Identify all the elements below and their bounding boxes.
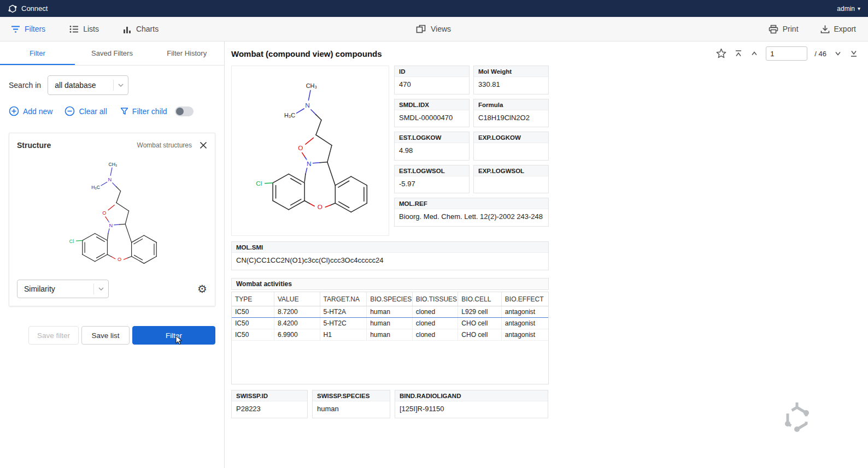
user-name: admin [837,5,855,13]
column-header[interactable]: VALUE [274,292,320,306]
user-menu[interactable]: admin ▾ [837,5,860,13]
app-name: Connect [21,4,48,13]
circle-minus-icon [64,106,75,116]
goto-last-button[interactable] [849,49,858,58]
filter-child-label: Filter child [132,107,167,116]
charts-label: Charts [136,25,159,33]
bookmark-star-button[interactable] [715,48,727,59]
goto-first-button[interactable] [734,49,743,58]
column-header[interactable]: BIO.TISSUES [412,292,458,306]
prev-record-button[interactable] [750,49,759,58]
chevron-down-icon [834,49,842,58]
circle-plus-icon [9,106,19,116]
results-title: Wombat (compound view) compounds [231,49,382,58]
star-icon [717,49,726,58]
sidebar-tabs: Filter Saved Filters Filter History [0,42,224,66]
filter-child-toggle[interactable] [175,106,193,116]
toggle-knob [176,108,184,115]
export-button[interactable]: Export [820,25,856,34]
search-in-label: Search in [9,81,41,90]
results-pane: Wombat (compound view) compounds [225,42,868,468]
top-bar: Connect admin ▾ [0,0,868,17]
field-exp-logwsol: EXP.LOGWSOL [473,165,549,194]
database-select[interactable]: all database [48,75,128,95]
field-est-logkow: EST.LOGKOW 4.98 [394,132,470,161]
field-swissp-species: SWISSP.SPECIES human [312,390,390,419]
funnel-icon [120,107,128,115]
structure-card-title: Structure [17,141,51,150]
app-brand: Connect [8,4,48,14]
activities-table: TYPE VALUE TARGET.NA BIO.SPECIES BIO.TIS… [231,292,549,384]
mouse-cursor [175,335,183,346]
app-logo-icon [8,4,17,14]
field-id: ID 470 [394,66,470,94]
activity-row[interactable]: IC50 8.4200 5-HT2C human cloned CHO cell… [232,317,548,329]
print-button[interactable]: Print [769,25,799,34]
compound-structure-drawing [236,72,385,230]
filters-nav-button[interactable]: Filters [11,25,45,33]
gear-icon[interactable]: ⚙ [197,283,207,294]
field-mol-ref: MOL.REF Bioorg. Med. Chem. Lett. 12(2)-2… [394,198,549,227]
views-icon [416,24,426,34]
column-header[interactable]: BIO.CELL [458,292,502,306]
filter-icon [11,25,20,33]
field-formula: Formula C18H19ClN2O2 [473,99,549,128]
add-new-button[interactable]: Add new [9,106,52,116]
clear-all-label: Clear all [79,107,107,116]
main-toolbar: Filters Lists Charts Views [0,17,868,42]
field-exp-logkow: EXP.LOGKOW [473,132,549,161]
export-download-icon [820,25,830,34]
views-label: Views [431,25,451,33]
compound-structure-box [231,66,389,236]
views-button[interactable]: Views [416,24,451,34]
tab-saved-filters[interactable]: Saved Filters [75,42,150,65]
column-header[interactable]: BIO.SPECIES [367,292,413,306]
arrow-to-top-icon [734,49,743,58]
column-header[interactable]: TARGET.NA [320,292,367,306]
page-total: / 46 [814,50,826,58]
print-icon [769,25,778,34]
close-icon[interactable] [200,141,207,149]
similarity-select[interactable]: Similarity [17,280,109,298]
column-header[interactable]: BIO.EFFECT [501,292,548,306]
structure-card-source: Wombat structures [137,141,192,149]
list-icon [69,25,79,33]
compound-view: ID 470 Mol Weight 330.81 SMDL.IDX SMDL-0… [231,66,549,418]
filter-child-button[interactable]: Filter child [120,107,167,116]
chevron-down-icon [118,84,124,87]
page-input[interactable] [766,46,807,61]
field-est-logwsol: EST.LOGWSOL -5.97 [394,165,470,194]
tab-filter[interactable]: Filter [0,42,75,65]
database-select-value: all database [55,81,96,90]
save-filter-button[interactable]: Save filter [28,326,79,345]
structure-query-drawing[interactable] [54,153,171,277]
activity-row[interactable]: IC50 6.9900 H1 human cloned CHO cell ant… [232,329,548,340]
filter-sidebar: Filter Saved Filters Filter History Sear… [0,42,225,468]
field-smdl-idx: SMDL.IDX SMDL-00000470 [394,99,470,128]
field-swissp-id: SWISSP.ID P28223 [231,390,308,419]
lists-label: Lists [83,25,99,33]
filter-button[interactable]: Filter [132,326,215,345]
tab-filter-history[interactable]: Filter History [149,42,224,65]
print-label: Print [783,25,799,33]
bar-chart-icon [123,25,132,33]
save-list-button[interactable]: Save list [81,326,130,345]
chemaxon-watermark-logo [780,402,814,437]
add-new-label: Add new [23,107,52,116]
next-record-button[interactable] [834,49,842,58]
activity-row[interactable]: IC50 8.7200 5-HT2A human cloned L929 cel… [232,306,548,317]
lists-nav-button[interactable]: Lists [69,25,99,33]
activities-header-row: TYPE VALUE TARGET.NA BIO.SPECIES BIO.TIS… [232,292,548,306]
charts-nav-button[interactable]: Charts [123,25,159,33]
structure-filter-card: Structure Wombat structures Similarity [9,133,215,306]
filters-label: Filters [25,25,45,33]
caret-down-icon: ▾ [858,5,860,11]
export-label: Export [834,25,856,33]
chevron-down-icon [98,287,104,291]
field-bind-radioligand: BIND.RADIOLIGAND [125I]R-91150 [395,390,548,419]
field-mol-weight: Mol Weight 330.81 [473,66,549,94]
chevron-up-icon [750,49,759,58]
column-header[interactable]: TYPE [232,292,274,306]
field-mol-smi: MOL.SMI CN(C)CC1CC2N(O1)c3cc(Cl)ccc3Oc4c… [231,241,549,270]
clear-all-button[interactable]: Clear all [64,106,107,116]
